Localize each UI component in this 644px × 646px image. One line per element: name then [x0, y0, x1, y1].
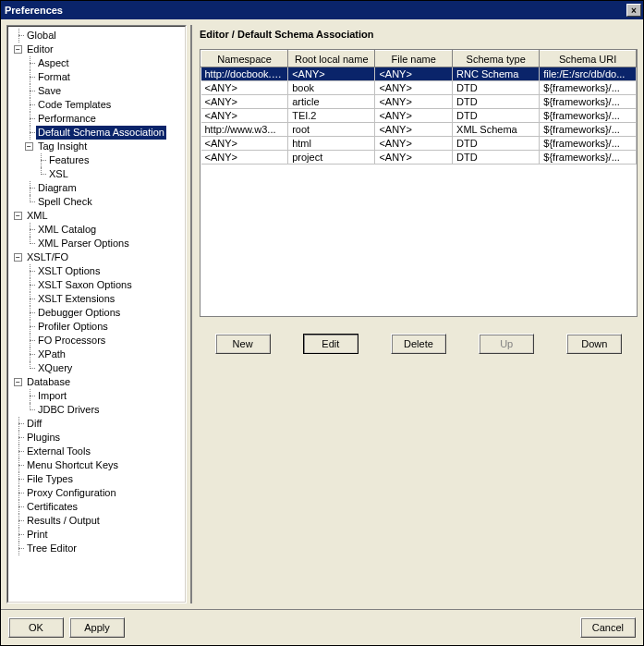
panel-title: Editor / Default Schema Association — [200, 25, 638, 49]
tree-item-jdbc[interactable]: JDBC Drivers — [36, 403, 102, 417]
table-cell: file:/E:/src/db/do... — [540, 67, 637, 81]
table-row[interactable]: <ANY>book<ANY>DTD${frameworks}/... — [201, 81, 637, 95]
table-cell: <ANY> — [375, 109, 453, 123]
table-cell: book — [288, 81, 375, 95]
table-cell: DTD — [453, 151, 540, 165]
main-area: Global −Editor Aspect Format Save Code T… — [1, 19, 643, 609]
tree-item-xslt-saxon[interactable]: XSLT Saxon Options — [36, 278, 134, 292]
tree-item-xquery[interactable]: XQuery — [36, 361, 74, 375]
tree-item-results[interactable]: Results / Output — [25, 514, 102, 528]
col-schema-uri[interactable]: Schema URI — [540, 51, 637, 67]
tree-item-default-schema[interactable]: Default Schema Association — [36, 126, 166, 140]
tree-item-menu-shortcut[interactable]: Menu Shortcut Keys — [25, 458, 120, 472]
tree-item-performance[interactable]: Performance — [36, 112, 98, 126]
table-cell: DTD — [453, 81, 540, 95]
tree-item-editor[interactable]: Editor — [25, 43, 55, 56]
tree-item-xml-catalog[interactable]: XML Catalog — [36, 223, 98, 237]
table-cell: DTD — [453, 109, 540, 123]
tree-item-xpath[interactable]: XPath — [36, 347, 67, 361]
tree-item-xml-parser[interactable]: XML Parser Options — [36, 237, 131, 250]
tree-item-file-types[interactable]: File Types — [25, 472, 75, 486]
table-cell: <ANY> — [201, 95, 288, 109]
tree-item-plugins[interactable]: Plugins — [25, 431, 62, 445]
tree-item-import[interactable]: Import — [36, 389, 68, 403]
table-cell: XML Schema — [453, 123, 540, 137]
collapse-icon[interactable]: − — [14, 253, 22, 262]
table-cell: <ANY> — [201, 81, 288, 95]
table-cell: http://www.w3... — [201, 123, 288, 137]
table-cell: html — [288, 137, 375, 151]
table-cell: root — [288, 123, 375, 137]
new-button[interactable]: New — [215, 334, 271, 354]
ok-button[interactable]: OK — [8, 617, 64, 638]
tree-item-format[interactable]: Format — [36, 70, 72, 84]
edit-button[interactable]: Edit — [303, 334, 358, 354]
table-cell: <ANY> — [375, 151, 453, 165]
tree-item-fo-proc[interactable]: FO Processors — [36, 334, 107, 347]
tree-item-features[interactable]: Features — [47, 153, 91, 167]
table-row[interactable]: http://docbook.o...<ANY><ANY>RNC Schemaf… — [201, 67, 637, 81]
collapse-icon[interactable]: − — [14, 45, 22, 54]
col-filename[interactable]: File name — [375, 51, 453, 67]
tree-item-print[interactable]: Print — [25, 528, 50, 542]
table-row[interactable]: http://www.w3...root<ANY>XML Schema${fra… — [201, 123, 637, 137]
collapse-icon[interactable]: − — [14, 378, 22, 386]
table-button-row: New Edit Delete Up Down — [200, 317, 638, 371]
table-cell: DTD — [453, 137, 540, 151]
tree-scroll[interactable]: Global −Editor Aspect Format Save Code T… — [7, 26, 186, 603]
table-cell: TEI.2 — [288, 109, 375, 123]
table-cell: <ANY> — [375, 67, 453, 81]
delete-button[interactable]: Delete — [391, 334, 446, 354]
right-panel: Editor / Default Schema Association Name… — [190, 25, 638, 603]
col-root[interactable]: Root local name — [288, 51, 375, 67]
apply-button[interactable]: Apply — [69, 617, 125, 638]
tree-item-profiler[interactable]: Profiler Options — [36, 320, 110, 334]
table-cell: project — [288, 151, 375, 165]
tree-item-xsltfo[interactable]: XSLT/FO — [25, 250, 70, 264]
tree-item-xslt-options[interactable]: XSLT Options — [36, 264, 102, 278]
collapse-icon[interactable]: − — [14, 212, 22, 220]
tree-item-database[interactable]: Database — [25, 375, 72, 389]
schema-table: Namespace Root local name File name Sche… — [200, 50, 637, 165]
table-row[interactable]: <ANY>project<ANY>DTD${frameworks}/... — [201, 151, 637, 165]
table-cell: <ANY> — [375, 123, 453, 137]
collapse-icon[interactable]: − — [25, 142, 33, 151]
content-area: Global −Editor Aspect Format Save Code T… — [1, 19, 643, 645]
tree-item-xsl[interactable]: XSL — [47, 167, 70, 181]
tree-item-diff[interactable]: Diff — [25, 417, 43, 431]
table-cell: ${frameworks}/... — [540, 123, 637, 137]
tree-item-diagram[interactable]: Diagram — [36, 181, 79, 195]
up-button[interactable]: Up — [479, 334, 534, 354]
table-cell: <ANY> — [201, 109, 288, 123]
close-icon[interactable]: × — [626, 4, 641, 17]
tree-item-code-templates[interactable]: Code Templates — [36, 98, 113, 112]
col-namespace[interactable]: Namespace — [201, 51, 288, 67]
tree-panel: Global −Editor Aspect Format Save Code T… — [6, 25, 187, 603]
table-cell: ${frameworks}/... — [540, 109, 637, 123]
table-row[interactable]: <ANY>TEI.2<ANY>DTD${frameworks}/... — [201, 109, 637, 123]
table-row[interactable]: <ANY>html<ANY>DTD${frameworks}/... — [201, 137, 637, 151]
table-row[interactable]: <ANY>article<ANY>DTD${frameworks}/... — [201, 95, 637, 109]
tree-item-tree-editor[interactable]: Tree Editor — [25, 542, 79, 555]
tree-item-xslt-ext[interactable]: XSLT Extensions — [36, 292, 116, 306]
tree-item-spell-check[interactable]: Spell Check — [36, 195, 94, 209]
cancel-button[interactable]: Cancel — [580, 617, 636, 638]
tree-item-aspect[interactable]: Aspect — [36, 56, 71, 70]
down-button[interactable]: Down — [566, 334, 622, 354]
table-cell: article — [288, 95, 375, 109]
tree-item-xml[interactable]: XML — [25, 209, 50, 223]
tree-item-debugger[interactable]: Debugger Options — [36, 306, 122, 320]
tree-item-save[interactable]: Save — [36, 84, 63, 98]
table-cell: ${frameworks}/... — [540, 151, 637, 165]
table-cell: ${frameworks}/... — [540, 81, 637, 95]
tree-item-external-tools[interactable]: External Tools — [25, 445, 92, 458]
tree-item-tag-insight[interactable]: Tag Insight — [36, 140, 89, 153]
tree-item-proxy[interactable]: Proxy Configuration — [25, 486, 118, 500]
tree-item-certificates[interactable]: Certificates — [25, 500, 79, 514]
preferences-window: Preferences × Global −Editor Aspect Form… — [0, 0, 644, 646]
table-scroll[interactable]: Namespace Root local name File name Sche… — [200, 50, 637, 316]
col-schema-type[interactable]: Schema type — [453, 51, 540, 67]
table-cell: http://docbook.o... — [201, 67, 288, 81]
tree-item-global[interactable]: Global — [25, 29, 58, 43]
table-cell: <ANY> — [201, 137, 288, 151]
